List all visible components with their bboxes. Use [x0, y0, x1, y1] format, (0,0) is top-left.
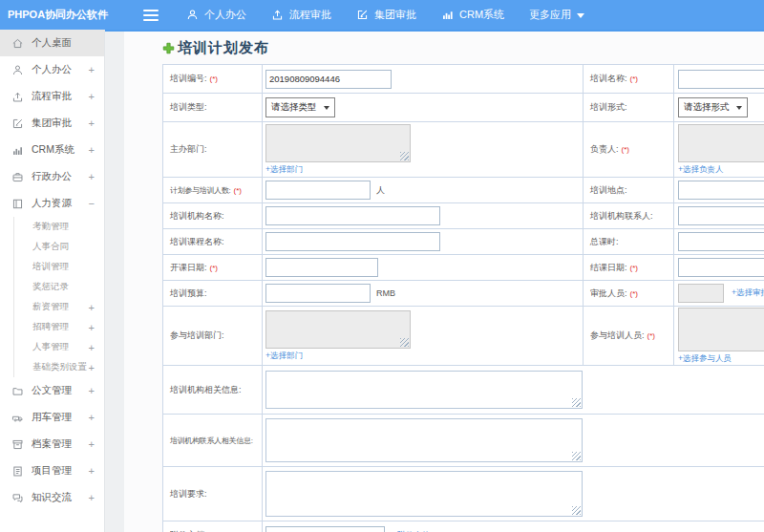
org-contact-input[interactable]: [678, 206, 764, 225]
nav-item-label: 个人办公: [204, 8, 246, 22]
nav-item-workflow-approval[interactable]: 流程审批: [259, 0, 344, 30]
field-label-end-date: 结课日期:: [590, 262, 627, 274]
top-nav: 个人办公 流程审批 集团审批: [174, 0, 597, 30]
field-label-budget: 培训预算:: [170, 287, 207, 300]
training-name-input[interactable]: [678, 70, 764, 89]
select-approver-link[interactable]: +选择审批人员: [732, 287, 764, 299]
sidebar-submenu-hr: 考勤管理 人事合同 培训管理 奖惩记录 薪资管理 + 招聘管理 +: [13, 217, 104, 377]
app-logo: PHPOA协同办公软件: [0, 8, 122, 22]
menu-toggle-icon[interactable]: [143, 10, 159, 21]
field-label-leader: 负责人:: [590, 143, 619, 156]
sidebar-item-personal-office[interactable]: 个人办公 +: [0, 56, 104, 83]
requirements-textarea[interactable]: [265, 471, 583, 517]
form-row: 附件文档: +附件上传: [163, 521, 764, 532]
sidebar-item-knowledge[interactable]: 知识交流 +: [0, 484, 104, 511]
sidebar-item-documents[interactable]: 公文管理 +: [0, 377, 104, 404]
sidebar-item-projects[interactable]: 项目管理 +: [0, 458, 104, 484]
nav-item-more-apps[interactable]: 更多应用: [517, 0, 597, 30]
field-label-training-name: 培训名称:: [590, 73, 627, 85]
app-screen: PHPOA协同办公软件 个人办公 流程审批: [0, 0, 764, 532]
sidebar-item-workflow-approval[interactable]: 流程审批 +: [0, 83, 104, 110]
form-row: 参与培训部门: +选择部门 参与培训人员: (*): [163, 307, 764, 366]
field-label-participating-depts: 参与培训部门:: [170, 330, 224, 342]
required-marker: (*): [210, 264, 218, 272]
select-leader-link[interactable]: +选择负责人: [678, 164, 723, 176]
field-label-org-contact-info: 培训机构联系人相关信息:: [170, 436, 253, 446]
unit-label: RMB: [376, 288, 395, 298]
participating-depts-textarea[interactable]: [265, 310, 411, 349]
field-label-training-type: 培训类型:: [170, 101, 207, 114]
sidebar-item-salary[interactable]: 薪资管理 +: [14, 297, 104, 317]
select-dept-link[interactable]: +选择部门: [265, 351, 303, 362]
field-label-training-form: 培训形式:: [590, 101, 627, 114]
budget-input[interactable]: [265, 284, 371, 303]
approver-input[interactable]: [678, 284, 724, 303]
nav-item-crm[interactable]: CRM系统: [429, 0, 517, 30]
sidebar-item-recruiting[interactable]: 招聘管理 +: [14, 317, 104, 337]
participants-textarea[interactable]: [678, 308, 764, 351]
content-panel: 培训计划发布 培训编号: (*) 培训名称: (*): [124, 32, 764, 532]
form-row: 主办部门: +选择部门 负责人: (*): [163, 122, 764, 178]
sidebar-item-base-category[interactable]: 基础类别设置 +: [14, 357, 104, 377]
form-row: 培训机构名称: 培训机构联系人:: [163, 203, 764, 229]
sidebar-item-crm[interactable]: CRM系统 +: [0, 137, 104, 163]
sidebar-item-hr-contract[interactable]: 人事合同: [14, 237, 104, 257]
sidebar-item-training[interactable]: 培训管理: [14, 257, 104, 277]
field-label-location: 培训地点:: [590, 184, 627, 197]
location-input[interactable]: [678, 181, 764, 200]
select-caret-icon: [736, 106, 742, 113]
start-date-input[interactable]: [265, 258, 378, 277]
form-row: 开课日期: (*) 结课日期: (*): [163, 255, 764, 281]
sidebar-item-personnel[interactable]: 人事管理 +: [14, 337, 104, 357]
sidebar-item-group-approval[interactable]: 集团审批 +: [0, 110, 104, 137]
nav-item-group-approval[interactable]: 集团审批: [344, 0, 429, 30]
user-icon: [11, 64, 24, 76]
approval-edit-icon: [11, 117, 24, 130]
approval-edit-icon: [356, 9, 369, 21]
sidebar-item-hr[interactable]: 人力资源 −: [0, 190, 104, 217]
org-info-textarea[interactable]: [265, 371, 583, 409]
main-area: 培训计划发布 培训编号: (*) 培训名称: (*): [105, 30, 764, 532]
required-marker: (*): [210, 74, 218, 83]
form-row: 培训预算: RMB 审批人员: (*) +选择审批人员: [163, 281, 764, 307]
select-dept-link[interactable]: +选择部门: [265, 164, 303, 176]
leader-textarea[interactable]: [678, 124, 764, 162]
field-label-org-info: 培训机构相关信息:: [170, 384, 242, 396]
form-row: 培训类型: 请选择类型 培训形式: 请选择形式: [163, 94, 764, 122]
field-label-org-contact: 培训机构联系人:: [590, 210, 653, 223]
sidebar: 个人桌面 个人办公 + 流程审批 + 集团审批: [0, 30, 105, 532]
end-date-input[interactable]: [678, 258, 764, 277]
unit-label: 人: [376, 184, 385, 197]
field-label-participants: 参与培训人员:: [590, 330, 645, 342]
select-participants-link[interactable]: +选择参与人员: [678, 353, 732, 365]
form-row: 培训编号: (*) 培训名称: (*): [163, 65, 764, 94]
briefcase-icon: [11, 171, 24, 183]
org-name-input[interactable]: [265, 206, 440, 225]
sidebar-item-admin-office[interactable]: 行政办公 +: [0, 163, 104, 190]
org-contact-info-textarea[interactable]: [265, 418, 583, 462]
form-row: 培训机构联系人相关信息:: [163, 415, 764, 467]
training-type-select[interactable]: 请选择类型: [265, 97, 335, 117]
archive-icon: [11, 438, 24, 451]
nav-item-label: CRM系统: [459, 8, 504, 22]
hr-book-icon: [11, 198, 24, 210]
course-name-input[interactable]: [265, 232, 440, 251]
required-marker: (*): [622, 145, 629, 154]
field-label-requirements: 培训要求:: [170, 488, 207, 500]
host-dept-textarea[interactable]: [265, 124, 411, 162]
attachment-input[interactable]: [265, 526, 385, 532]
add-plus-icon: [162, 42, 175, 54]
training-no-input[interactable]: [265, 70, 392, 89]
sidebar-item-vehicles[interactable]: 用车管理 +: [0, 404, 104, 431]
sidebar-item-rewards[interactable]: 奖惩记录: [14, 277, 104, 297]
crm-chart-icon: [441, 9, 454, 21]
training-form-select[interactable]: 请选择形式: [678, 97, 748, 117]
nav-item-personal-office[interactable]: 个人办公: [174, 0, 259, 30]
total-hours-input[interactable]: [678, 232, 764, 251]
vehicle-icon: [11, 412, 24, 424]
sidebar-item-attendance[interactable]: 考勤管理: [14, 217, 104, 237]
planned-participants-input[interactable]: [265, 181, 371, 200]
sidebar-item-personal-desktop[interactable]: 个人桌面: [0, 30, 104, 56]
sidebar-item-archives[interactable]: 档案管理 +: [0, 431, 104, 458]
field-label-approver: 审批人员:: [590, 287, 627, 300]
